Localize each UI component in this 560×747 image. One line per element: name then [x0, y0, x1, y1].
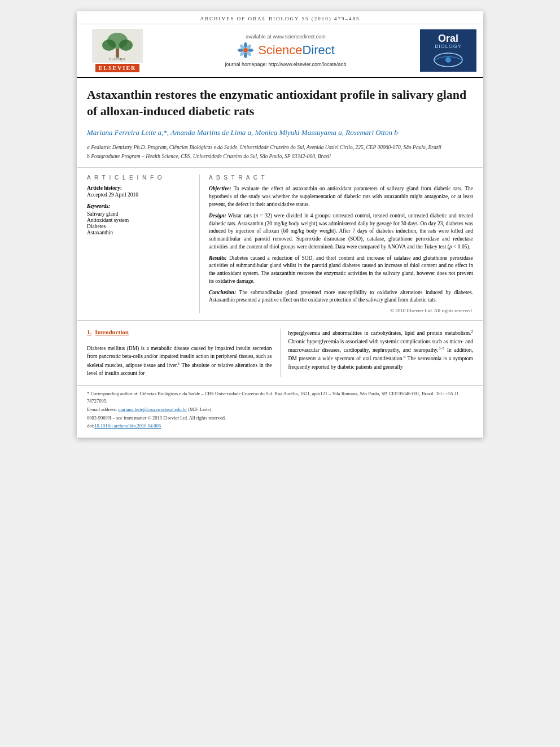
svg-point-10: [248, 49, 253, 52]
svg-point-3: [119, 40, 133, 51]
footnote-section: * Corresponding author at: Ciências Biol…: [77, 385, 483, 438]
corresponding-footnote: * Corresponding author at: Ciências Biol…: [87, 390, 473, 405]
elsevier-tree-icon: ELSEVIER: [92, 29, 143, 63]
copyright: © 2010 Elsevier Ltd. All rights reserved…: [209, 308, 473, 313]
article-info: A R T I C L E I N F O Article history: A…: [87, 174, 200, 313]
authors: Mariana Ferreira Leite a,*, Amanda Marti…: [87, 127, 473, 139]
intro-right-text: hyperglycemia and abnormalities in carbo…: [288, 329, 474, 371]
doi-label: doi:: [87, 423, 94, 429]
abstract-section: A B S T R A C T Objective: To evaluate t…: [200, 174, 473, 313]
journal-homepage: journal homepage: http://www.elsevier.co…: [151, 62, 420, 67]
article-main-title: Astaxanthin restores the enzymatic antio…: [87, 87, 473, 119]
email-footnote: E-mail address: mariana.leite@cruzeirodo…: [87, 406, 473, 413]
oral-biology-logo: Oral BIOLOGY: [420, 29, 476, 72]
keyword-1: Salivary gland: [87, 211, 190, 217]
svg-point-8: [244, 53, 247, 58]
email-label: E-mail address:: [87, 407, 117, 412]
two-column-section: A R T I C L E I N F O Article history: A…: [77, 168, 483, 321]
page: ARCHIVES OF ORAL BIOLOGY 55 (2010) 479–4…: [77, 11, 483, 438]
affiliation-a: a Pediatric Dentistry Ph.D. Program, Ciê…: [87, 143, 473, 151]
intro-right-column: hyperglycemia and abnormalities in carbo…: [281, 329, 474, 377]
doi-line: doi:10.1016/j.archoralbio.2010.04.006: [87, 422, 473, 430]
article-info-header: A R T I C L E I N F O: [87, 174, 190, 181]
keywords-label: Keywords:: [87, 203, 190, 209]
results-text: Diabetes caused a reduction of SOD, and …: [209, 255, 473, 284]
oral-text: Oral: [438, 33, 458, 43]
elsevier-logo: ELSEVIER ELSEVIER: [84, 29, 151, 72]
doi-link[interactable]: 10.1016/j.archoralbio.2010.04.006: [94, 423, 161, 429]
svg-point-16: [445, 57, 451, 63]
issn-line: 0003-9969/$ – see front matter © 2010 El…: [87, 414, 473, 422]
introduction-section: 1. Introduction Diabetes mellitus (DM) i…: [77, 321, 483, 385]
intro-left-text: Diabetes mellitus (DM) is a metabolic di…: [87, 344, 272, 377]
abstract-results: Results: Diabetes caused a reduction of …: [209, 255, 473, 286]
design-text: Wistar rats (n = 32) were divided in 4 g…: [209, 213, 473, 250]
intro-left-column: 1. Introduction Diabetes mellitus (DM) i…: [87, 329, 281, 377]
affiliations: a Pediatric Dentistry Ph.D. Program, Ciê…: [87, 143, 473, 161]
history-label: Article history:: [87, 185, 190, 191]
abstract-header: A B S T R A C T: [209, 174, 473, 181]
journal-header: ARCHIVES OF ORAL BIOLOGY 55 (2010) 479–4…: [77, 11, 483, 24]
email-link[interactable]: mariana.leite@cruzeirodosul.edu.br: [118, 407, 187, 412]
intro-title: Introduction: [95, 329, 129, 335]
objective-label: Objective:: [209, 186, 231, 191]
svg-rect-4: [116, 49, 119, 58]
abstract-objective: Objective: To evaluate the effect of ast…: [209, 185, 473, 208]
conclusion-text: The submandibular gland presented more s…: [209, 290, 473, 303]
svg-point-2: [102, 40, 116, 51]
keyword-4: Astaxanthin: [87, 230, 190, 235]
corresponding-text: * Corresponding author at: Ciências Biol…: [87, 391, 459, 404]
conclusion-label: Conclusion:: [209, 290, 236, 295]
article-title-section: Astaxanthin restores the enzymatic antio…: [77, 78, 483, 168]
journal-name: ARCHIVES OF ORAL BIOLOGY 55 (2010) 479–4…: [200, 16, 360, 21]
abstract-conclusion: Conclusion: The submandibular gland pres…: [209, 289, 473, 305]
svg-point-9: [238, 49, 243, 52]
svg-text:ELSEVIER: ELSEVIER: [110, 58, 125, 61]
sciencedirect-text: ScienceDirect: [258, 43, 335, 58]
keyword-3: Diabetes: [87, 224, 190, 229]
design-label: Design:: [209, 213, 226, 219]
intro-number: 1.: [87, 329, 91, 335]
accepted-date: Accepted 29 April 2010: [87, 192, 190, 198]
sciencedirect-logo: ScienceDirect: [151, 41, 420, 59]
results-label: Results:: [209, 255, 227, 261]
objective-text: To evaluate the effect of astaxanthin on…: [209, 186, 473, 207]
center-logos: available at www.sciencedirect.com Scien…: [151, 34, 420, 67]
biology-text: BIOLOGY: [435, 43, 462, 49]
affiliation-b: b Postgraduate Program – Health Science,…: [87, 152, 473, 160]
abstract-design: Design: Wistar rats (n = 32) were divide…: [209, 212, 473, 251]
available-at-text: available at www.sciencedirect.com: [151, 34, 420, 40]
email-name: (M.F. Leite).: [188, 407, 212, 412]
svg-point-7: [244, 42, 247, 48]
top-logos-row: ELSEVIER ELSEVIER available at www.scien…: [77, 24, 483, 78]
keyword-2: Antioxidant system: [87, 217, 190, 223]
elsevier-brand-text: ELSEVIER: [95, 64, 140, 72]
